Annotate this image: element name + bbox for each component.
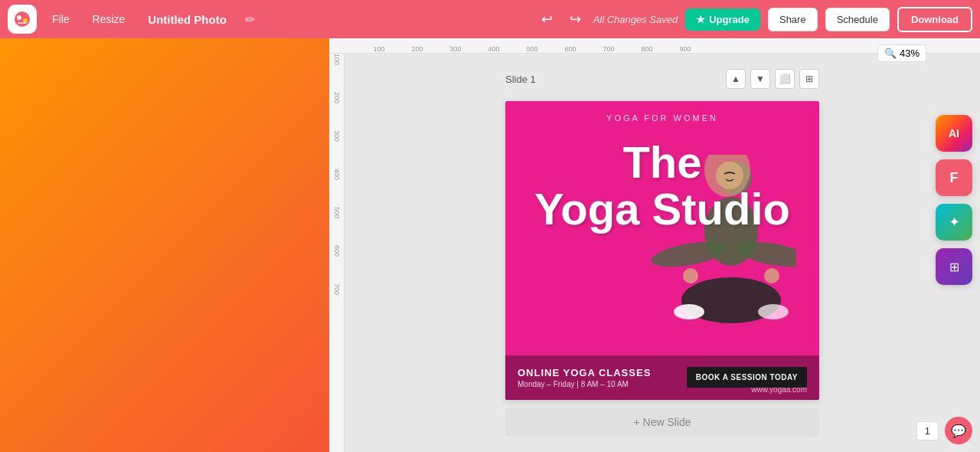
slide-up-button[interactable]: ▲ [726,69,746,89]
download-button[interactable]: Download [897,7,972,32]
yoga-main-title: The Yoga Studio [505,139,819,233]
upgrade-button[interactable]: ★ Upgrade [685,8,760,31]
slide-label: Slide 1 [505,74,536,85]
yoga-canvas-slide[interactable]: YOGA FOR WOMEN The Yoga Studio [505,101,819,400]
bottom-right-controls: 1 💬 [916,417,972,444]
yoga-schedule-text: Monday – Friday | 8 AM – 10 AM [518,380,651,388]
ruler-left: 100 200 300 400 500 600 700 [329,54,345,452]
slide-number-badge: 1 [916,421,939,441]
svg-point-17 [683,268,698,283]
slide-label-bar: Slide 1 ▲ ▼ ⬜ ⊞ [505,69,819,89]
font-magic-button[interactable]: F [936,159,972,196]
resize-menu[interactable]: Resize [85,10,133,28]
new-slide-button[interactable]: + New Slide [505,408,819,437]
canvas-viewport: Slide 1 ▲ ▼ ⬜ ⊞ YOGA FOR WOMEN The Yoga … [345,54,980,452]
right-float-buttons: AI F ✦ ⊞ [936,115,972,285]
share-button[interactable]: Share [768,8,818,31]
chat-button[interactable]: 💬 [945,417,972,444]
svg-point-18 [764,268,779,283]
templates-panel: Discover All Templates 🔍 Recently used S… [54,38,329,452]
app-logo[interactable] [8,5,37,34]
canvas-area: 🔍 43% 100 200 300 400 500 600 700 800 90… [329,38,980,452]
edit-title-icon[interactable]: ✏ [242,9,258,30]
yoga-subtitle: YOGA FOR WOMEN [505,113,819,123]
undo-button[interactable]: ↩ [537,8,557,31]
svg-point-20 [758,304,789,319]
template-holi[interactable]: COLORFULHOLI SALE 10% off [173,378,277,452]
gallery-icon: ⊞ [949,260,959,274]
ai-button[interactable]: AI [936,115,972,152]
schedule-button[interactable]: Schedule [825,8,890,31]
redo-button[interactable]: ↪ [565,8,586,31]
save-status: All Changes Saved [593,14,678,25]
templates-scroll-area[interactable]: Recently used See all › YOGA FOR WOMEN T… [54,112,328,452]
sale-grid: BLACK FRIDAY UPTO 70% OFF SaintPatrick's… [63,268,319,452]
svg-rect-3 [18,22,27,24]
svg-point-0 [15,11,30,27]
main-area: ⊞ Templates 🖼 Photos ◈ Objects T Text BG… [0,38,980,452]
slide-controls: ▲ ▼ ⬜ ⊞ [726,69,819,89]
yoga-bottom-left: ONLINE YOGA CLASSES Monday – Friday | 8 … [518,367,651,388]
ruler-marks-horizontal: 100 200 300 400 500 600 700 800 900 [360,38,704,53]
gallery-button[interactable]: ⊞ [936,248,972,285]
yoga-classes-text: ONLINE YOGA CLASSES [518,367,651,378]
slide-fullscreen-button[interactable]: ⊞ [799,69,819,89]
file-menu[interactable]: File [44,10,77,28]
star-icon: ★ [696,14,705,25]
slide-present-button[interactable]: ⬜ [775,69,795,89]
svg-point-19 [674,304,704,319]
magic-icon: ✦ [949,214,960,231]
magic-edit-button[interactable]: ✦ [936,204,972,241]
svg-point-1 [17,15,21,20]
ai-label: AI [949,127,959,139]
document-title[interactable]: Untitled Photo [140,10,234,29]
canvas-scroll[interactable]: 100 200 300 400 500 600 700 Slide 1 ▲ ▼ … [329,54,980,452]
font-icon: F [950,170,959,186]
slide-down-button[interactable]: ▼ [750,69,770,89]
yoga-website-text: www.yogaa.com [751,385,807,394]
topbar: File Resize Untitled Photo ✏ ↩ ↪ All Cha… [0,0,980,38]
